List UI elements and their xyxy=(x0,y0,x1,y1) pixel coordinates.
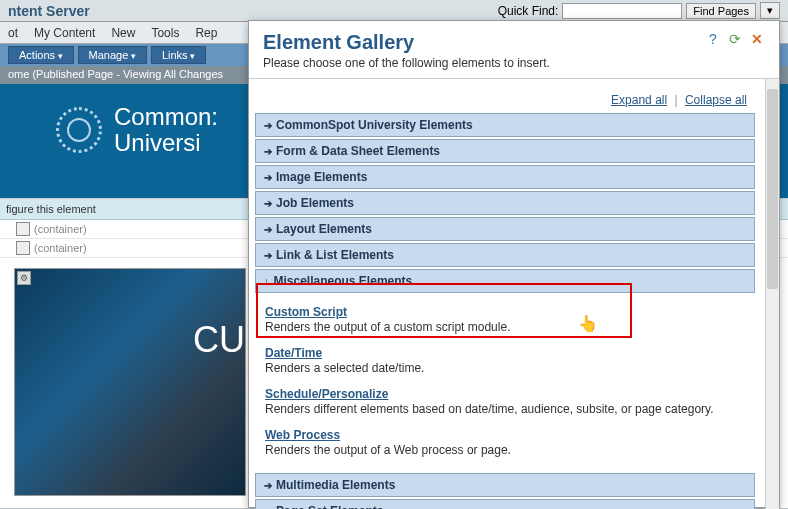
category-form-data-sheet-elements[interactable]: Form & Data Sheet Elements xyxy=(255,139,755,163)
category-link-list-elements[interactable]: Link & List Elements xyxy=(255,243,755,267)
container-icon xyxy=(16,222,30,236)
element-title[interactable]: Custom Script xyxy=(265,305,745,319)
logo-line2: Universi xyxy=(114,130,218,156)
category-commonspot-university-elements[interactable]: CommonSpot University Elements xyxy=(255,113,755,137)
wreath-icon xyxy=(56,107,102,153)
logo-line1: Common: xyxy=(114,104,218,130)
container-icon xyxy=(16,241,30,255)
arrow-right-icon xyxy=(264,146,272,157)
category-label: CommonSpot University Elements xyxy=(276,118,473,132)
arrow-right-icon xyxy=(264,480,272,491)
collapse-all-link[interactable]: Collapse all xyxy=(685,93,747,107)
gear-icon[interactable]: ⚙ xyxy=(17,271,31,285)
refresh-icon[interactable]: ⟳ xyxy=(727,31,743,47)
element-gallery-dialog: Element Gallery Please choose one of the… xyxy=(248,20,780,508)
element-description: Renders the output of a Web process or p… xyxy=(265,443,745,457)
category-label: Miscellaneous Elements xyxy=(274,274,413,288)
logo-text: Common: Universi xyxy=(114,104,218,157)
dialog-icons: ? ⟳ ✕ xyxy=(705,31,765,47)
category-multimedia-elements[interactable]: Multimedia Elements xyxy=(255,473,755,497)
container-label-1: (container) xyxy=(34,223,87,235)
quickfind-label: Quick Find: xyxy=(498,4,559,18)
category-image-elements[interactable]: Image Elements xyxy=(255,165,755,189)
element-title[interactable]: Web Process xyxy=(265,428,745,442)
arrow-right-icon xyxy=(264,198,272,209)
expand-all-link[interactable]: Expand all xyxy=(611,93,667,107)
category-label: Link & List Elements xyxy=(276,248,394,262)
quick-find: Quick Find: Find Pages ▾ xyxy=(498,2,780,19)
arrow-down-icon xyxy=(264,275,270,287)
category-job-elements[interactable]: Job Elements xyxy=(255,191,755,215)
category-label: Layout Elements xyxy=(276,222,372,236)
dialog-subtitle: Please choose one of the following eleme… xyxy=(263,56,550,70)
category-label: Page Set Elements xyxy=(276,504,383,509)
element-item-date-time[interactable]: Date/TimeRenders a selected date/time. xyxy=(263,340,747,381)
menu-my-content[interactable]: My Content xyxy=(34,26,95,40)
menu-tools[interactable]: Tools xyxy=(151,26,179,40)
expand-collapse-row: Expand all | Collapse all xyxy=(255,87,755,113)
category-label: Form & Data Sheet Elements xyxy=(276,144,440,158)
arrow-right-icon xyxy=(264,224,272,235)
category-layout-elements[interactable]: Layout Elements xyxy=(255,217,755,241)
top-bar: ntent Server Quick Find: Find Pages ▾ xyxy=(0,0,788,22)
close-icon[interactable]: ✕ xyxy=(749,31,765,47)
element-title[interactable]: Schedule/Personalize xyxy=(265,387,745,401)
category-label: Image Elements xyxy=(276,170,367,184)
element-description: Renders a selected date/time. xyxy=(265,361,745,375)
menu-reports[interactable]: Rep xyxy=(195,26,217,40)
element-description: Renders the output of a custom script mo… xyxy=(265,320,745,334)
separator: | xyxy=(674,93,677,107)
arrow-right-icon xyxy=(264,172,272,183)
scrollbar[interactable] xyxy=(765,79,779,509)
category-page-set-elements[interactable]: Page Set Elements xyxy=(255,499,755,509)
find-dropdown-button[interactable]: ▾ xyxy=(760,2,780,19)
help-icon[interactable]: ? xyxy=(705,31,721,47)
arrow-right-icon xyxy=(264,120,272,131)
element-item-schedule-personalize[interactable]: Schedule/PersonalizeRenders different el… xyxy=(263,381,747,422)
hero-text: CU xyxy=(193,319,245,361)
scroll-thumb[interactable] xyxy=(767,89,778,289)
container-label-2: (container) xyxy=(34,242,87,254)
find-pages-button[interactable]: Find Pages xyxy=(686,3,756,19)
actions-button[interactable]: Actions xyxy=(8,46,74,64)
manage-button[interactable]: Manage xyxy=(78,46,147,64)
element-item-web-process[interactable]: Web ProcessRenders the output of a Web p… xyxy=(263,422,747,463)
category-miscellaneous-elements[interactable]: Miscellaneous Elements xyxy=(255,269,755,293)
dialog-header: Element Gallery Please choose one of the… xyxy=(249,21,779,79)
hero-image: ⚙ CU xyxy=(14,268,246,496)
category-label: Job Elements xyxy=(276,196,354,210)
menu-new[interactable]: New xyxy=(111,26,135,40)
arrow-right-icon xyxy=(264,506,272,510)
element-item-custom-script[interactable]: Custom ScriptRenders the output of a cus… xyxy=(263,299,747,340)
element-title[interactable]: Date/Time xyxy=(265,346,745,360)
dialog-title: Element Gallery xyxy=(263,31,550,54)
category-label: Multimedia Elements xyxy=(276,478,395,492)
scroll-area: Expand all | Collapse all CommonSpot Uni… xyxy=(249,79,765,509)
dialog-body: Expand all | Collapse all CommonSpot Uni… xyxy=(249,79,779,509)
element-description: Renders different elements based on date… xyxy=(265,402,745,416)
links-button[interactable]: Links xyxy=(151,46,206,64)
quickfind-input[interactable] xyxy=(562,3,682,19)
menu-ot[interactable]: ot xyxy=(8,26,18,40)
arrow-right-icon xyxy=(264,250,272,261)
category-items: Custom ScriptRenders the output of a cus… xyxy=(255,295,755,473)
app-title: ntent Server xyxy=(8,3,498,19)
